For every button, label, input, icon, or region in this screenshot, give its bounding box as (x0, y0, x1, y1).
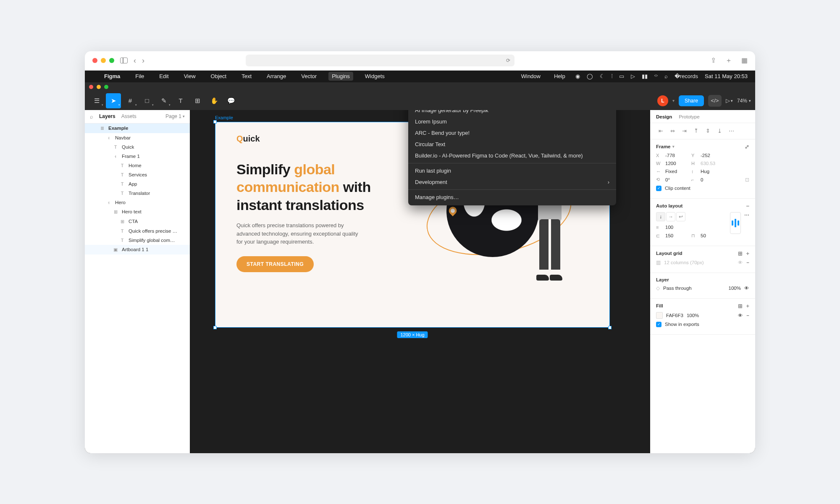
frame-rotation-input[interactable]: 0° (665, 177, 688, 182)
layer-row[interactable]: TServices (85, 170, 190, 179)
menu-help[interactable]: Help (551, 72, 569, 81)
tab-assets[interactable]: Assets (121, 113, 136, 119)
gap-input[interactable]: 100 (665, 225, 688, 230)
chevron-down-icon[interactable]: ▾ (672, 144, 675, 149)
plugin-item-builder[interactable]: Builder.io - AI-Powered Figma to Code (R… (408, 150, 616, 161)
tab-grid-icon[interactable]: ▦ (741, 56, 748, 65)
forward-button[interactable]: › (142, 56, 144, 65)
status-grid-icon[interactable]: ⦙ (612, 73, 612, 80)
pad-v-input[interactable]: 50 (701, 233, 723, 238)
search-icon[interactable]: ⌕ (90, 113, 93, 120)
status-control-center-icon[interactable]: �records (675, 73, 698, 79)
layer-row[interactable]: ≣Example (85, 123, 190, 133)
fill-visibility-icon[interactable]: 👁 (738, 313, 743, 318)
frame-w-mode[interactable]: Fixed (665, 169, 688, 174)
resize-to-fit-icon[interactable]: ⤢ (745, 144, 749, 150)
align-top-icon[interactable]: ⤒ (691, 126, 701, 136)
tab-layers[interactable]: Layers (99, 113, 116, 119)
share-icon[interactable]: ⇪ (711, 56, 716, 65)
independent-corners-icon[interactable]: ⊡ (745, 177, 749, 183)
status-display-icon[interactable]: ▭ (619, 73, 624, 79)
align-more-icon[interactable]: ⋯ (727, 126, 736, 136)
direction-vertical[interactable]: ↓ (656, 212, 665, 221)
plugin-item-arc[interactable]: ARC - Bend your type! (408, 127, 616, 139)
frame-h-mode[interactable]: Hug (701, 169, 723, 174)
figma-minimize-button[interactable] (97, 85, 101, 89)
minimize-window-button[interactable] (101, 58, 106, 63)
pen-tool[interactable]: ✎▾ (156, 93, 171, 108)
alignment-box[interactable] (730, 212, 741, 234)
resources-tool[interactable]: ⊞ (190, 93, 205, 108)
sidebar-toggle-icon[interactable] (120, 58, 128, 63)
layer-row[interactable]: TSimplify global com… (85, 236, 190, 245)
remove-fill-icon[interactable]: − (746, 313, 749, 318)
frame-tool[interactable]: #▾ (123, 93, 138, 108)
add-grid-icon[interactable]: + (746, 250, 749, 257)
layer-row[interactable]: ⫞Navbar (85, 133, 190, 142)
maximize-window-button[interactable] (109, 58, 114, 63)
dev-mode-button[interactable]: </> (708, 95, 722, 107)
frame-x-input[interactable]: -778 (665, 153, 688, 158)
grid-value[interactable]: 12 columns (70px) (664, 260, 704, 265)
menu-plugins[interactable]: Plugins (328, 72, 353, 81)
tab-design[interactable]: Design (656, 114, 672, 119)
clip-content-checkbox[interactable]: ✓ (656, 186, 662, 191)
resize-handle-bl[interactable] (213, 326, 217, 329)
canvas[interactable]: Example 1200 × Hug Quick Home Services A… (190, 110, 650, 453)
layer-row[interactable]: THome (85, 161, 190, 170)
status-record-icon[interactable]: ◉ (575, 73, 580, 79)
show-in-exports-checkbox[interactable]: ✓ (656, 322, 662, 327)
remove-grid-icon[interactable]: − (746, 260, 749, 265)
zoom-control[interactable]: 74% ▾ (737, 98, 751, 104)
layer-row[interactable]: ▣Artboard 1 1 (85, 245, 190, 255)
main-menu-button[interactable]: ☰▾ (89, 93, 104, 108)
menu-object[interactable]: Object (207, 72, 230, 81)
fill-styles-icon[interactable]: ⊞ (738, 303, 743, 309)
frame-w-input[interactable]: 1200 (665, 161, 688, 166)
status-play-icon[interactable]: ▷ (631, 73, 635, 79)
grid-visibility-icon[interactable]: 👁 (738, 260, 743, 265)
layer-row[interactable]: ⊞Hero text (85, 207, 190, 217)
fill-opacity-input[interactable]: 100% (687, 313, 699, 318)
status-search-icon[interactable]: ⌕ (664, 73, 668, 79)
present-button[interactable]: ▷ ▾ (726, 97, 733, 104)
share-button[interactable]: Share (679, 95, 704, 106)
move-tool[interactable]: ➤▾ (106, 93, 121, 108)
grid-styles-icon[interactable]: ⊞ (738, 250, 743, 257)
figma-maximize-button[interactable] (104, 85, 108, 89)
autolayout-more-icon[interactable]: ⋯ (744, 212, 749, 218)
frame-h-input[interactable]: 630.53 (701, 161, 723, 166)
align-right-icon[interactable]: ⇥ (680, 126, 689, 136)
page-selector[interactable]: Page 1 ▾ (165, 113, 185, 119)
comment-tool[interactable]: 💬 (223, 93, 239, 108)
status-moon-icon[interactable]: ☾ (600, 73, 605, 79)
text-tool[interactable]: T (173, 93, 188, 108)
figma-close-button[interactable] (89, 85, 93, 89)
direction-wrap[interactable]: ↩ (676, 212, 685, 221)
add-fill-icon[interactable]: + (746, 303, 749, 309)
layer-row[interactable]: TTranslator (85, 189, 190, 198)
fill-hex-input[interactable]: FAF6F3 (666, 313, 683, 318)
plugin-development[interactable]: Development› (408, 176, 616, 188)
app-menu[interactable]: Figma (101, 72, 123, 81)
status-wifi-icon[interactable]: ⌔ (654, 73, 658, 79)
menu-edit[interactable]: Edit (156, 72, 172, 81)
plugin-manage[interactable]: Manage plugins… (408, 192, 616, 203)
layer-row[interactable]: ⊞CTA (85, 217, 190, 226)
layer-row[interactable]: ⫞Frame 1 (85, 152, 190, 161)
menubar-clock[interactable]: Sat 11 May 20:53 (705, 73, 748, 79)
address-bar[interactable]: ⟳ (246, 55, 514, 66)
close-window-button[interactable] (92, 58, 97, 63)
pad-h-input[interactable]: 150 (665, 233, 688, 238)
back-button[interactable]: ‹ (134, 56, 136, 65)
plugin-item-circular[interactable]: Circular Text (408, 139, 616, 150)
menu-widgets[interactable]: Widgets (362, 72, 388, 81)
layer-row[interactable]: TQuick (85, 142, 190, 152)
blend-mode-select[interactable]: Pass through (663, 286, 692, 291)
layer-opacity-input[interactable]: 100% (729, 286, 741, 291)
hand-tool[interactable]: ✋ (207, 93, 222, 108)
direction-horizontal[interactable]: → (666, 212, 675, 221)
tab-prototype[interactable]: Prototype (679, 114, 699, 119)
align-hcenter-icon[interactable]: ⇔ (668, 126, 677, 136)
frame-y-input[interactable]: -252 (701, 153, 723, 158)
